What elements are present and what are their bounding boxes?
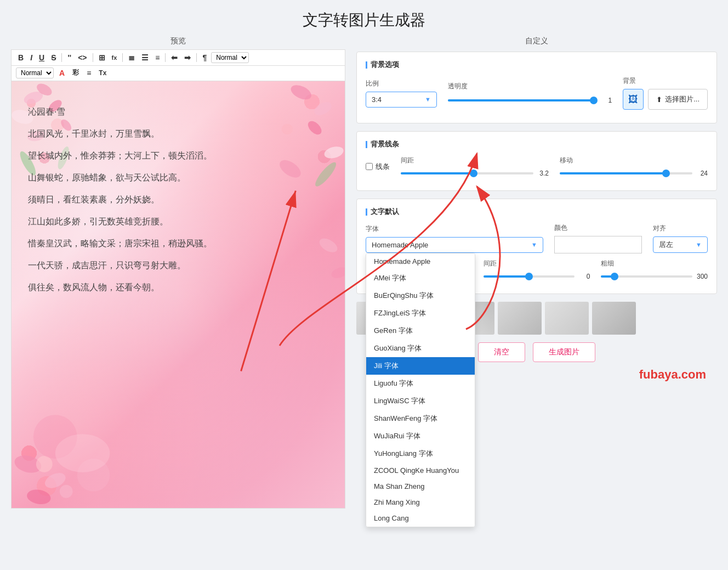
- move-slider-track[interactable]: [560, 172, 692, 174]
- font-option-yuhong[interactable]: YuHongLiang 字体: [366, 445, 475, 462]
- font-dropdown-list[interactable]: Homemade Apple AMei 字体 BuErQingShu 字体 FZ…: [366, 253, 475, 527]
- align-right-button[interactable]: ➡: [182, 52, 193, 63]
- preview-area[interactable]: 沁园春·雪 北国风光，千里冰封，万里雪飘。 望长城内外，惟余莽莽；大河上下，顿失…: [11, 81, 345, 509]
- bg-icon-button[interactable]: 🖼: [623, 89, 644, 110]
- opacity-value: 1: [601, 97, 612, 104]
- preview-line-14: 一代天骄，成吉思汗，只识弯弓射大雕。: [28, 257, 328, 274]
- align-center-button[interactable]: ≡: [84, 67, 93, 78]
- font-option-mashan[interactable]: Ma Shan Zheng: [366, 478, 475, 494]
- toolbar-row1: B I U S '' <> ⊞ fx ≣ ☰ ≡ ⬅ ➡ ¶ Normal: [11, 49, 345, 65]
- thumbnail-4[interactable]: [498, 302, 542, 335]
- underline-button[interactable]: U: [37, 52, 47, 63]
- toolbar-sep2: [93, 53, 93, 62]
- text-defaults-title: 文字默认: [366, 207, 708, 217]
- bg-options-section: 背景选项 比例 3:4 ▼ 透明度 1: [356, 52, 717, 123]
- move-slider-thumb[interactable]: [662, 170, 670, 177]
- list-unordered-button[interactable]: ☰: [139, 52, 151, 63]
- font-option-guoxiang[interactable]: GuoXiang 字体: [366, 340, 475, 357]
- preview-label: 预览: [11, 36, 345, 46]
- move-label: 移动: [560, 156, 708, 165]
- highlight-button[interactable]: 彩: [70, 67, 81, 78]
- opacity-slider-track[interactable]: [448, 99, 596, 101]
- text-spacing-slider[interactable]: [484, 275, 575, 278]
- text-weight-group: 粗细 300: [601, 259, 708, 280]
- ratio-arrow-icon: ▼: [425, 96, 431, 103]
- preview-line-10: 江山如此多娇，引无数英雄竞折腰。: [28, 213, 328, 230]
- generate-button[interactable]: 生成图片: [533, 342, 595, 362]
- font-dropdown-container: Homemade Apple ▼ Homemade Apple AMei 字体 …: [366, 237, 543, 253]
- text-weight-slider[interactable]: [601, 275, 692, 278]
- text-defaults-section: 文字默认 字体 Homemade Apple ▼ Homemade Apple …: [356, 199, 717, 294]
- ratio-select[interactable]: 3:4 ▼: [366, 92, 437, 108]
- font-option-jili[interactable]: Jili 字体: [366, 357, 475, 375]
- font-option-homemade[interactable]: Homemade Apple: [366, 253, 475, 269]
- bg-label: 背景: [623, 76, 708, 86]
- toolbar-sep1: [61, 53, 62, 62]
- bold-button[interactable]: B: [16, 52, 26, 63]
- bg-lines-row: 线条 间距 3.2 移动: [366, 156, 708, 177]
- toolbar-sep3: [122, 53, 123, 62]
- font-option-shanwen[interactable]: ShanWenFeng 字体: [366, 410, 475, 427]
- font-option-caveat[interactable]: Caveat: [366, 526, 475, 527]
- strikethrough-button[interactable]: S: [49, 52, 58, 63]
- align-arrow-icon: ▼: [696, 241, 702, 248]
- code-button[interactable]: <>: [76, 52, 89, 63]
- spacing-group: 间距 3.2: [401, 156, 549, 177]
- thumbnail-5[interactable]: [545, 302, 589, 335]
- preview-line-12: 惜秦皇汉武，略输文采；唐宗宋祖，稍逊风骚。: [28, 235, 328, 252]
- italic-button[interactable]: I: [28, 52, 35, 63]
- font-option-longcang[interactable]: Long Cang: [366, 510, 475, 526]
- text-spacing-label: 间距: [484, 259, 590, 268]
- toolbar-sep5: [196, 53, 197, 62]
- bg-options-row: 比例 3:4 ▼ 透明度 1: [366, 76, 708, 110]
- font-option-wujia[interactable]: WuJiaRui 字体: [366, 427, 475, 445]
- quote-button[interactable]: '': [65, 52, 73, 63]
- heading-select[interactable]: Normal: [16, 67, 54, 78]
- clear-button[interactable]: 清空: [478, 342, 525, 362]
- table-button[interactable]: ⊞: [96, 52, 107, 63]
- list-ordered-button[interactable]: ≣: [126, 52, 137, 63]
- font-option-lingwai[interactable]: LingWaiSC 字体: [366, 392, 475, 410]
- pilcrow-button[interactable]: ¶: [200, 52, 209, 63]
- right-panel: 自定义 背景选项 比例 3:4 ▼ 透明度: [356, 36, 717, 509]
- font-arrow-icon: ▼: [531, 241, 537, 248]
- spacing-value: 3.2: [538, 170, 549, 177]
- font-selected-value: Homemade Apple: [372, 241, 428, 249]
- font-option-zcool[interactable]: ZCOOL QingKe HuangYou: [366, 462, 475, 478]
- bg-lines-section: 背景线条 线条 间距 3.2: [356, 131, 717, 191]
- list-indent-button[interactable]: ≡: [153, 52, 162, 63]
- spacing-label: 间距: [401, 156, 549, 165]
- font-select[interactable]: Homemade Apple ▼: [366, 237, 543, 253]
- move-value: 24: [697, 170, 708, 177]
- align-select[interactable]: 居左 ▼: [653, 236, 708, 253]
- preview-text-content[interactable]: 沁园春·雪 北国风光，千里冰封，万里雪飘。 望长城内外，惟余莽莽；大河上下，顿失…: [12, 81, 345, 323]
- font-color-button[interactable]: A: [57, 67, 67, 78]
- font-option-liguofu[interactable]: Liguofu 字体: [366, 375, 475, 392]
- align-group: 对齐 居左 ▼: [653, 224, 708, 253]
- align-left-button[interactable]: ⬅: [169, 52, 180, 63]
- upload-icon: ⬆: [656, 95, 662, 104]
- lines-checkbox-label[interactable]: 线条: [366, 162, 390, 172]
- opacity-slider-fill: [448, 99, 594, 101]
- opacity-slider-thumb[interactable]: [590, 97, 598, 104]
- font-option-buerqing[interactable]: BuErQingShu 字体: [366, 287, 475, 304]
- spacing-slider-track[interactable]: [401, 172, 533, 174]
- font-option-fzjing[interactable]: FZJingLeiS 字体: [366, 304, 475, 322]
- clear-format-button[interactable]: Tx: [96, 68, 109, 78]
- align-label: 对齐: [653, 224, 708, 233]
- color-picker[interactable]: [554, 236, 642, 253]
- upload-label: 选择图片...: [665, 94, 699, 104]
- font-option-deren[interactable]: GeRen 字体: [366, 322, 475, 340]
- preview-line-0: 沁园春·雪: [28, 103, 328, 121]
- formula-button[interactable]: fx: [110, 53, 120, 62]
- bg-lines-title: 背景线条: [366, 139, 708, 149]
- font-option-zhimang[interactable]: Zhi Mang Xing: [366, 494, 475, 510]
- spacing-slider-thumb[interactable]: [470, 170, 477, 177]
- font-size-select[interactable]: Normal: [211, 52, 249, 63]
- thumbnail-6[interactable]: [592, 302, 636, 335]
- preview-line-16: 俱往矣，数风流人物，还看今朝。: [28, 279, 328, 296]
- font-option-amei[interactable]: AMei 字体: [366, 269, 475, 287]
- bg-section-title: 背景选项: [366, 60, 708, 70]
- upload-image-button[interactable]: ⬆ 选择图片...: [648, 89, 708, 110]
- lines-checkbox[interactable]: [366, 163, 373, 170]
